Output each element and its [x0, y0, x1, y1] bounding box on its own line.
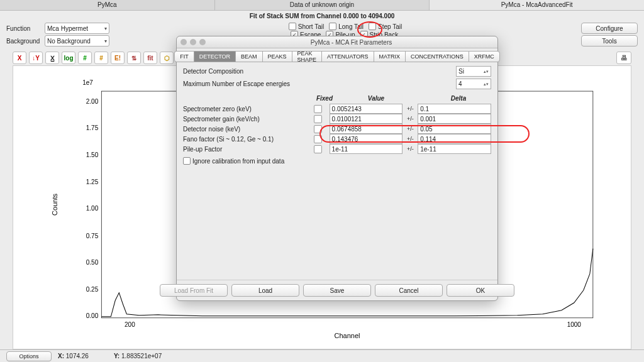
tab-xrfmc[interactable]: XRFMC — [469, 51, 500, 62]
background-label: Background — [6, 38, 41, 45]
param-row-1: Spectrometer gain (keV/ch)0.0100121+/-0.… — [183, 114, 491, 124]
close-icon[interactable] — [180, 39, 187, 45]
printer-icon[interactable]: 🖶 — [616, 52, 631, 64]
window-tabs: PyMca Data of unknown origin PyMca - Mca… — [0, 0, 644, 11]
delta-input[interactable]: 0.05 — [418, 124, 491, 134]
plus-minus: +/- — [402, 136, 418, 142]
ok-button[interactable]: OK — [447, 284, 514, 297]
tb-grid1[interactable]: # — [78, 52, 92, 64]
composition-label: Detector Composition — [183, 68, 315, 75]
svg-text:1.50: 1.50 — [86, 151, 99, 158]
param-row-4: Pile-up Factor1e-11+/-1e-11 — [183, 144, 491, 154]
param-label: Detector noise (keV) — [183, 126, 314, 133]
tb-xu[interactable]: X̲ — [45, 52, 59, 64]
tb-x[interactable]: X — [13, 52, 26, 64]
delta-input[interactable]: 1e-11 — [418, 144, 491, 154]
svg-text:0.25: 0.25 — [86, 286, 99, 293]
dialog-tabs: FIT DETECTOR BEAM PEAKS PEAK SHAPE ATTEN… — [177, 48, 497, 62]
delta-input[interactable]: 0.114 — [418, 134, 491, 144]
value-input[interactable]: 0.143476 — [330, 134, 403, 144]
tb-grid2[interactable]: # — [94, 52, 108, 64]
check-step-tail[interactable]: Step Tail — [369, 23, 402, 30]
param-label: Fano factor (Si ~ 0.12, Ge ~ 0.1) — [183, 136, 314, 143]
tab-attenuators[interactable]: ATTENUATORS — [321, 51, 374, 62]
value-input[interactable]: 0.0674858 — [330, 124, 403, 134]
hdr-fixed: Fixed — [183, 95, 339, 102]
configure-button[interactable]: Configure — [581, 23, 638, 34]
save-button[interactable]: Save — [303, 284, 371, 297]
hdr-delta: Delta — [413, 95, 491, 102]
param-row-3: Fano factor (Si ~ 0.12, Ge ~ 0.1)0.14347… — [183, 134, 491, 144]
tools-button[interactable]: Tools — [581, 35, 638, 47]
tb-e[interactable]: E! — [111, 52, 125, 64]
tab-advancedfit[interactable]: PyMca - McaAdvancedFit — [430, 0, 644, 10]
fixed-check[interactable] — [314, 115, 322, 123]
fit-parameters-dialog: PyMca - MCA Fit Parameters FIT DETECTOR … — [176, 36, 498, 301]
svg-text:Channel: Channel — [335, 332, 360, 339]
param-row-0: Spectrometer zero (keV)0.0052143+/-0.1 — [183, 104, 491, 114]
param-label: Spectrometer gain (keV/ch) — [183, 116, 314, 123]
dialog-title: PyMca - MCA Fit Parameters — [209, 39, 494, 46]
plus-minus: +/- — [402, 146, 418, 152]
delta-input[interactable]: 0.1 — [418, 104, 491, 114]
check-short-tail[interactable]: Short Tail — [289, 23, 325, 30]
load-button[interactable]: Load — [231, 284, 299, 297]
svg-text:1.00: 1.00 — [86, 205, 99, 212]
fit-title: Fit of Stack SUM from Channel 0.000 to 4… — [0, 11, 644, 21]
tb-arrows[interactable]: ⇅ — [127, 52, 141, 64]
tb-shield[interactable]: ⬡ — [160, 52, 174, 64]
escape-energies-label: Maximum Number of Escape energies — [183, 80, 315, 87]
minimize-icon[interactable] — [190, 39, 196, 45]
svg-text:Counts: Counts — [51, 194, 58, 216]
cancel-button[interactable]: Cancel — [375, 284, 443, 297]
value-input[interactable]: 0.0100121 — [330, 114, 403, 124]
escape-energies-input[interactable]: 4▴▾ — [456, 79, 491, 89]
svg-text:0.75: 0.75 — [86, 233, 99, 239]
svg-text:1.25: 1.25 — [86, 178, 99, 185]
plus-minus: +/- — [402, 116, 418, 122]
tb-fit[interactable]: fit — [143, 52, 157, 64]
background-select[interactable]: No Background▾ — [45, 35, 109, 47]
value-input[interactable]: 1e-11 — [330, 144, 403, 154]
plus-minus: +/- — [402, 126, 418, 132]
fixed-check[interactable] — [314, 125, 322, 133]
param-label: Pile-up Factor — [183, 146, 314, 153]
ignore-calibration-check[interactable]: Ignore calibration from input data — [183, 157, 491, 165]
svg-text:200: 200 — [125, 321, 135, 328]
svg-text:2.00: 2.00 — [86, 98, 99, 105]
svg-text:1000: 1000 — [567, 321, 582, 328]
load-from-fit-button[interactable]: Load From Fit — [160, 284, 228, 297]
tab-peaks[interactable]: PEAKS — [262, 51, 292, 62]
param-label: Spectrometer zero (keV) — [183, 106, 314, 112]
tab-data[interactable]: Data of unknown origin — [215, 0, 430, 10]
tb-log[interactable]: log — [62, 52, 75, 64]
tab-beam[interactable]: BEAM — [235, 51, 262, 62]
fixed-check[interactable] — [314, 145, 322, 153]
check-long-tail[interactable]: Long Tail — [329, 23, 364, 30]
svg-text:0.00: 0.00 — [86, 312, 99, 319]
plot-toolbar: X ↓Y X̲ log # # E! ⇅ fit ⬡ — [13, 52, 174, 64]
tab-peak-shape[interactable]: PEAK SHAPE — [292, 51, 322, 62]
tab-matrix[interactable]: MATRIX — [374, 51, 405, 62]
zoom-icon[interactable] — [199, 39, 206, 45]
status-bar: Options X: 1074.26 Y: 1.883521e+07 — [0, 349, 644, 362]
options-button[interactable]: Options — [6, 351, 52, 361]
svg-text:1.75: 1.75 — [86, 124, 99, 131]
tab-detector[interactable]: DETECTOR — [194, 51, 235, 62]
function-label: Function — [6, 25, 41, 32]
fixed-check[interactable] — [314, 105, 322, 113]
svg-text:1e7: 1e7 — [82, 79, 93, 86]
tab-fit[interactable]: FIT — [174, 51, 194, 62]
function-select[interactable]: Mca Hypermet▾ — [45, 23, 109, 34]
tab-pymca[interactable]: PyMca — [0, 0, 215, 10]
fixed-check[interactable] — [314, 135, 322, 143]
param-row-2: Detector noise (keV)0.0674858+/-0.05 — [183, 124, 491, 134]
svg-text:0.50: 0.50 — [86, 259, 99, 266]
delta-input[interactable]: 0.001 — [418, 114, 491, 124]
composition-select[interactable]: Si▴▾ — [456, 66, 491, 77]
value-input[interactable]: 0.0052143 — [330, 104, 403, 114]
plus-minus: +/- — [402, 106, 418, 112]
tb-y[interactable]: ↓Y — [29, 52, 43, 64]
hdr-value: Value — [339, 95, 413, 102]
tab-concentrations[interactable]: CONCENTRATIONS — [405, 51, 469, 62]
